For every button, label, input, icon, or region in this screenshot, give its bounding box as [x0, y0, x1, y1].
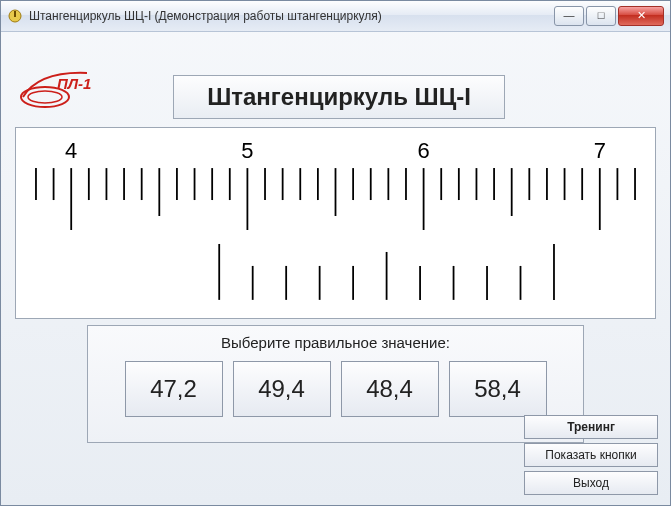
logo: ПЛ-1: [17, 67, 103, 111]
title-bar: Штангенциркуль ШЦ-I (Демонстрация работы…: [1, 1, 670, 32]
heading-box: Штангенциркуль ШЦ-I: [173, 75, 505, 119]
svg-text:7: 7: [594, 138, 606, 163]
svg-text:4: 4: [65, 138, 77, 163]
show-buttons-button[interactable]: Показать кнопки: [524, 443, 658, 467]
window-title: Штангенциркуль ШЦ-I (Демонстрация работы…: [29, 9, 554, 23]
training-button[interactable]: Тренинг: [524, 415, 658, 439]
minimize-button[interactable]: —: [554, 6, 584, 26]
svg-point-3: [28, 91, 62, 103]
answers-row: 47,2 49,4 48,4 58,4: [88, 361, 583, 417]
maximize-button[interactable]: □: [586, 6, 616, 26]
client-area: ПЛ-1 Штангенциркуль ШЦ-I 4567 Выберите п…: [1, 31, 670, 505]
scale-panel: 4567: [15, 127, 656, 319]
quiz-panel: Выберите правильное значение: 47,2 49,4 …: [87, 325, 584, 443]
caliper-scale: 4567: [16, 128, 655, 318]
side-buttons: Тренинг Показать кнопки Выход: [524, 415, 658, 495]
window-controls: — □ ✕: [554, 6, 664, 26]
exit-button[interactable]: Выход: [524, 471, 658, 495]
logo-text: ПЛ-1: [57, 75, 91, 92]
svg-text:6: 6: [417, 138, 429, 163]
answer-button-3[interactable]: 48,4: [341, 361, 439, 417]
svg-rect-1: [14, 11, 16, 17]
svg-text:5: 5: [241, 138, 253, 163]
answer-button-1[interactable]: 47,2: [125, 361, 223, 417]
answer-button-2[interactable]: 49,4: [233, 361, 331, 417]
answer-button-4[interactable]: 58,4: [449, 361, 547, 417]
app-window: Штангенциркуль ШЦ-I (Демонстрация работы…: [0, 0, 671, 506]
close-button[interactable]: ✕: [618, 6, 664, 26]
app-icon: [7, 8, 23, 24]
quiz-prompt: Выберите правильное значение:: [88, 334, 583, 351]
heading-text: Штангенциркуль ШЦ-I: [207, 83, 471, 111]
